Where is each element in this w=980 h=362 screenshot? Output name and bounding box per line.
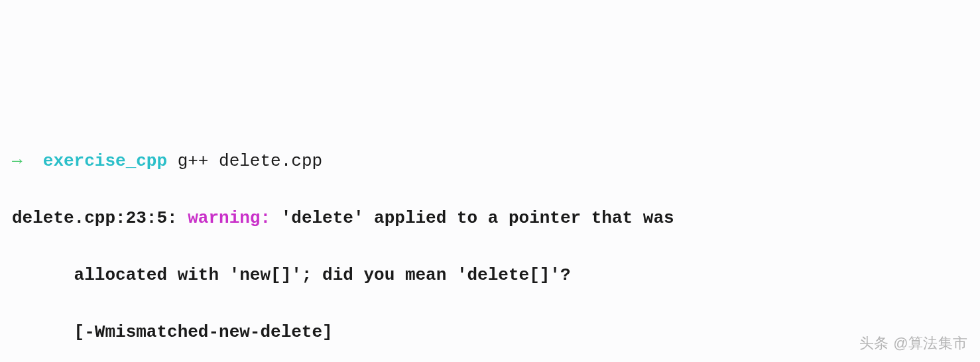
terminal-output: → exercise_cpp g++ delete.cpp delete.cpp… (12, 119, 968, 362)
warning-label: warning: (188, 208, 280, 228)
command-text: g++ delete.cpp (167, 151, 322, 171)
diag-flag: [-Wmismatched-new-delete] (12, 318, 968, 347)
diag-message: 'delete' applied to a pointer that was (281, 208, 674, 228)
prompt-line-1[interactable]: → exercise_cpp g++ delete.cpp (12, 147, 968, 176)
prompt-arrow-icon: → (12, 151, 43, 171)
diag-line-1: delete.cpp:23:5: warning: 'delete' appli… (12, 204, 968, 233)
diag-location: delete.cpp:23:5: (12, 208, 188, 228)
diag-message-cont: allocated with 'new[]'; did you mean 'de… (12, 261, 968, 290)
watermark-text: 头条 @算法集市 (859, 332, 968, 355)
cwd-label: exercise_cpp (43, 151, 167, 171)
